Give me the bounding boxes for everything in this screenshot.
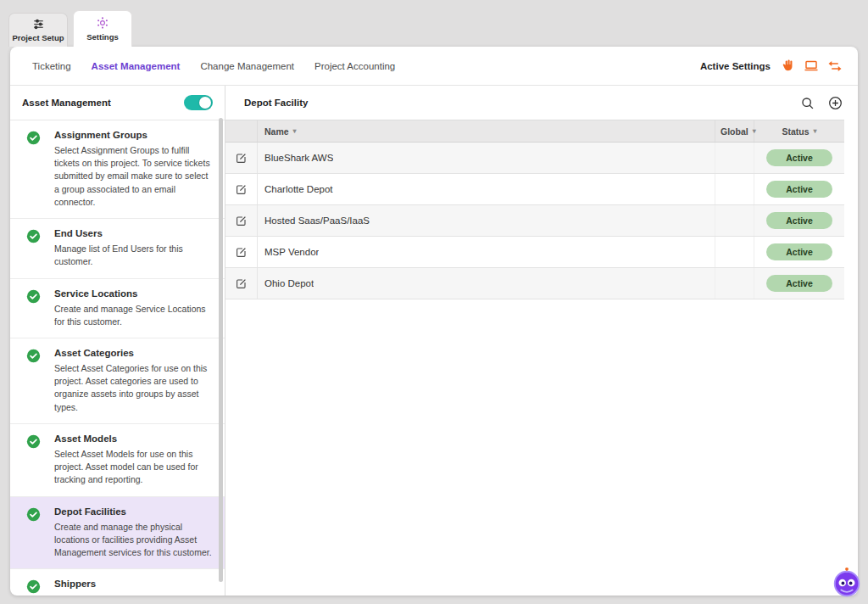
check-circle-icon (26, 579, 41, 594)
status-badge[interactable]: Active (766, 212, 832, 229)
window-tabs: Project Setup Settings (8, 10, 132, 47)
check-circle-icon (26, 229, 41, 243)
sidebar-item-title: Depot Facilities (54, 506, 213, 517)
sidebar-item-end-users[interactable]: End Users Manage list of End Users for t… (10, 219, 225, 278)
edit-icon[interactable] (235, 183, 248, 196)
row-global (715, 268, 754, 299)
settings-content: Asset Management Assignment Groups Selec… (10, 86, 858, 596)
check-circle-icon (26, 131, 41, 145)
table-row: BlueShark AWS Active (225, 143, 844, 174)
sliders-icon (32, 18, 45, 31)
settings-nav-tabs: Ticketing Asset Management Change Manage… (32, 61, 395, 71)
row-global (715, 237, 754, 267)
sidebar-item-service-locations[interactable]: Service Locations Create and manage Serv… (10, 279, 225, 338)
active-settings-label: Active Settings (700, 61, 771, 71)
column-header-status[interactable]: Status (754, 120, 844, 142)
sidebar-item-asset-categories[interactable]: Asset Categories Select Asset Categories… (10, 338, 225, 424)
tab-label: Project Setup (12, 33, 64, 42)
tab-settings[interactable]: Settings (73, 10, 132, 47)
laptop-icon[interactable] (804, 59, 819, 74)
sidebar-title: Asset Management (22, 98, 111, 108)
sidebar-item-title: Asset Categories (54, 348, 213, 358)
sidebar-item-description: Select Assignment Groups to fulfill tick… (54, 144, 213, 209)
row-name: MSP Vendor (264, 247, 319, 257)
table-header: Name Global Status (225, 120, 844, 143)
panel-header: Depot Facility (225, 86, 858, 120)
row-global (715, 174, 754, 204)
toggle-knob (199, 97, 211, 109)
sidebar-item-shippers[interactable]: Shippers Create and manage the list of S… (10, 569, 225, 596)
check-circle-icon (26, 289, 41, 304)
edit-icon[interactable] (235, 277, 248, 290)
sidebar-item-description: Manage list of End Users for this custom… (54, 243, 213, 268)
check-circle-icon (26, 507, 41, 522)
chat-mascot-button[interactable] (831, 567, 863, 599)
edit-icon[interactable] (235, 215, 248, 227)
sidebar-item-asset-models[interactable]: Asset Models Select Asset Models for use… (10, 424, 225, 497)
sidebar-item-description: Select Asset Categories for use on this … (54, 362, 213, 414)
swap-arrows-icon[interactable] (827, 59, 843, 74)
check-circle-icon (26, 434, 41, 449)
table-row: Hosted Saas/PaaS/IaaS Active (225, 205, 844, 237)
sidebar-item-title: Shippers (54, 579, 213, 589)
sidebar-item-title: Asset Models (54, 433, 213, 444)
gear-icon (96, 17, 109, 30)
depot-facility-panel: Depot Facility Name Global Status (225, 86, 858, 596)
edit-icon[interactable] (235, 246, 248, 259)
row-name: Charlotte Depot (264, 184, 333, 194)
row-name: Hosted Saas/PaaS/IaaS (264, 215, 370, 226)
sidebar-item-title: Service Locations (54, 288, 213, 299)
status-badge[interactable]: Active (766, 275, 832, 292)
hand-icon[interactable] (781, 59, 795, 73)
tab-asset-management[interactable]: Asset Management (92, 61, 181, 71)
panel-title: Depot Facility (244, 98, 308, 108)
depot-facility-table: Name Global Status BlueShark AWS Active (225, 120, 844, 299)
sidebar-item-description: Create and manage the physical locations… (54, 521, 213, 560)
asset-management-sidebar: Asset Management Assignment Groups Selec… (10, 86, 225, 596)
status-badge[interactable]: Active (766, 149, 832, 166)
search-icon[interactable] (800, 96, 815, 110)
settings-card: Ticketing Asset Management Change Manage… (10, 47, 858, 596)
nav-right: Active Settings (700, 59, 843, 74)
sidebar-item-title: End Users (54, 228, 213, 238)
status-badge[interactable]: Active (766, 243, 832, 260)
sidebar-item-depot-facilities[interactable]: Depot Facilities Create and manage the p… (10, 497, 225, 570)
check-circle-icon (26, 349, 41, 363)
table-row: MSP Vendor Active (225, 237, 844, 268)
column-header-global[interactable]: Global (715, 120, 754, 142)
row-name: BlueShark AWS (264, 153, 333, 163)
settings-nav: Ticketing Asset Management Change Manage… (10, 47, 858, 86)
sidebar-item-title: Assignment Groups (54, 130, 213, 140)
table-row: Charlotte Depot Active (225, 174, 844, 205)
sidebar-item-description: Create and manage Service Locations for … (54, 303, 213, 328)
asset-management-toggle[interactable] (184, 95, 213, 110)
tab-change-management[interactable]: Change Management (200, 61, 294, 71)
add-circle-icon[interactable] (828, 96, 843, 110)
column-header-name[interactable]: Name (258, 120, 715, 142)
row-name: Ohio Depot (264, 278, 314, 288)
sidebar-item-assignment-groups[interactable]: Assignment Groups Select Assignment Grou… (10, 120, 225, 219)
tab-project-setup[interactable]: Project Setup (8, 13, 68, 47)
tab-ticketing[interactable]: Ticketing (32, 61, 71, 71)
sidebar-scrollbar[interactable] (219, 118, 223, 582)
sidebar-header: Asset Management (10, 86, 225, 120)
status-badge[interactable]: Active (766, 181, 832, 198)
panel-actions (800, 96, 843, 110)
edit-icon[interactable] (235, 152, 248, 165)
edit-column-header (225, 120, 258, 142)
sidebar-item-description: Select Asset Models for use on this proj… (54, 448, 213, 487)
sidebar-item-description: Create and manage the list of Shippers f… (54, 593, 213, 596)
row-global (715, 205, 754, 236)
tab-project-accounting[interactable]: Project Accounting (314, 61, 395, 71)
table-row: Ohio Depot Active (225, 268, 844, 299)
row-global (715, 143, 754, 173)
tab-label: Settings (86, 32, 118, 42)
